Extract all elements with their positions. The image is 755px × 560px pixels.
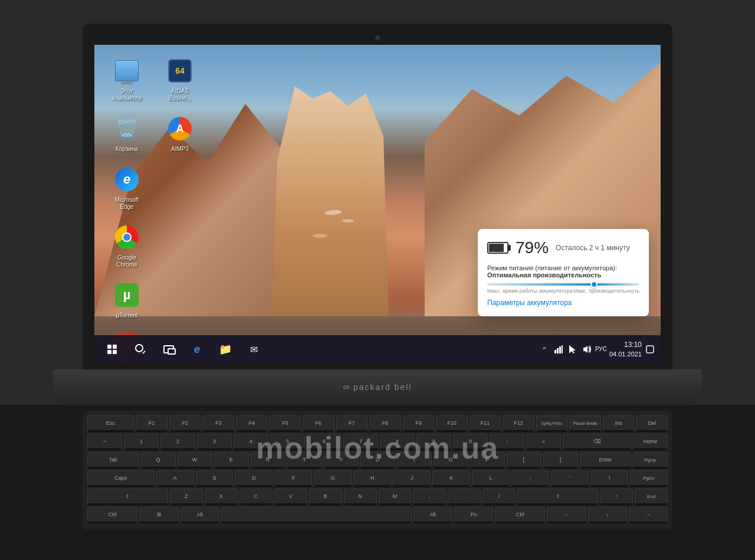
key-f8[interactable]: F8 <box>369 415 401 432</box>
notification-icon[interactable] <box>644 343 656 355</box>
start-button[interactable] <box>99 336 125 362</box>
clock[interactable]: 13:10 04.01.2021 <box>609 340 642 358</box>
desktop-icon-edge[interactable]: e Microsoft Edge <box>106 165 147 211</box>
key-t[interactable]: T <box>287 452 322 469</box>
key-k[interactable]: K <box>432 470 470 487</box>
key-3[interactable]: 3 <box>197 434 232 450</box>
key-f[interactable]: F <box>274 470 312 487</box>
key-h[interactable]: H <box>353 470 391 487</box>
key-d[interactable]: D <box>235 470 273 487</box>
key-f6[interactable]: F6 <box>303 415 334 432</box>
key-1[interactable]: 1 <box>124 434 159 450</box>
key-f2[interactable]: F2 <box>169 415 201 432</box>
mail-taskbar-button[interactable]: ✉ <box>241 336 267 362</box>
desktop-icon-aimp[interactable]: A AIMP3 <box>159 114 201 153</box>
key-right[interactable]: → <box>629 507 668 523</box>
key-f3[interactable]: F3 <box>202 415 234 432</box>
key-lbracket[interactable]: [ <box>507 452 541 469</box>
key-u[interactable]: U <box>360 452 395 469</box>
key-end[interactable]: End <box>635 489 668 505</box>
key-g[interactable]: G <box>314 470 352 487</box>
key-j[interactable]: J <box>393 470 431 487</box>
key-2[interactable]: 2 <box>160 434 195 450</box>
task-view-button[interactable] <box>156 336 182 362</box>
key-i[interactable]: I <box>397 452 432 469</box>
key-rshift[interactable]: ⇧ <box>517 489 598 505</box>
key-y[interactable]: Y <box>324 452 359 469</box>
key-lalt[interactable]: Alt <box>180 507 219 523</box>
key-ins[interactable]: Ins <box>603 415 635 432</box>
explorer-taskbar-button[interactable]: 📁 <box>212 336 238 362</box>
desktop-icon-chrome[interactable]: Google Chrome <box>106 223 147 269</box>
key-capslock[interactable]: Caps <box>87 470 155 487</box>
key-space[interactable] <box>221 507 412 523</box>
key-home[interactable]: Home <box>633 434 668 450</box>
key-rctrl[interactable]: Ctrl <box>495 507 545 523</box>
key-backspace[interactable]: ⌫ <box>563 434 631 450</box>
key-tab[interactable]: Tab <box>87 452 139 469</box>
key-enter[interactable]: Enter <box>580 452 632 469</box>
key-period[interactable]: . <box>448 489 481 505</box>
key-f12[interactable]: F12 <box>503 415 534 432</box>
key-pgup[interactable]: PgUp <box>633 452 668 469</box>
key-rbracket[interactable]: ] <box>543 452 578 469</box>
key-up[interactable]: ↑ <box>600 489 633 505</box>
battery-settings-link[interactable]: Параметры аккумулятора <box>487 299 639 307</box>
key-tilde[interactable]: ~ <box>87 434 122 450</box>
key-9[interactable]: 9 <box>416 434 451 450</box>
key-pgdn[interactable]: PgDn <box>630 470 668 487</box>
key-f9[interactable]: F9 <box>403 415 435 432</box>
key-f1[interactable]: F1 <box>136 415 168 432</box>
key-m[interactable]: M <box>379 489 412 505</box>
key-semicolon[interactable]: ; <box>511 470 549 487</box>
key-quote[interactable]: ' <box>551 470 589 487</box>
key-backslash[interactable]: \ <box>590 470 628 487</box>
key-l[interactable]: L <box>472 470 510 487</box>
search-button[interactable] <box>127 336 153 362</box>
battery-slider-container[interactable]: Макс. время работы аккумулятора Макс. пр… <box>487 283 639 294</box>
key-left[interactable]: ← <box>547 507 586 523</box>
key-slash[interactable]: / <box>482 489 516 505</box>
edge-taskbar-button[interactable]: e <box>184 336 210 362</box>
key-down[interactable]: ↓ <box>588 507 627 523</box>
key-ralt[interactable]: Alt <box>413 507 452 523</box>
key-fn[interactable]: Fn <box>454 507 493 523</box>
key-s[interactable]: S <box>196 470 234 487</box>
desktop-icon-utorrent[interactable]: µ µTorrent <box>106 281 147 320</box>
key-equals[interactable]: = <box>526 434 561 450</box>
key-x[interactable]: X <box>205 489 238 505</box>
key-o[interactable]: O <box>434 452 468 469</box>
key-z[interactable]: Z <box>170 489 203 505</box>
key-5[interactable]: 5 <box>270 434 305 450</box>
key-lctrl[interactable]: Ctrl <box>87 507 137 523</box>
key-p[interactable]: P <box>470 452 505 469</box>
key-6[interactable]: 6 <box>307 434 342 450</box>
key-b[interactable]: B <box>309 489 342 505</box>
key-pause[interactable]: Pause Break <box>569 415 601 432</box>
key-r[interactable]: R <box>251 452 285 469</box>
key-8[interactable]: 8 <box>380 434 415 450</box>
key-f10[interactable]: F10 <box>436 415 468 432</box>
key-c[interactable]: C <box>239 489 273 505</box>
tray-language[interactable]: РУС <box>595 343 607 355</box>
key-f5[interactable]: F5 <box>269 415 301 432</box>
key-q[interactable]: Q <box>141 452 176 469</box>
key-4[interactable]: 4 <box>234 434 268 450</box>
key-7[interactable]: 7 <box>343 434 378 450</box>
desktop-icon-this-pc[interactable]: Этот компьютер <box>106 57 147 103</box>
key-w[interactable]: W <box>178 452 212 469</box>
desktop-icon-recycle[interactable]: 🗑️ Корзина <box>106 114 147 153</box>
tray-network-icon[interactable] <box>553 343 564 355</box>
key-f7[interactable]: F7 <box>336 415 368 432</box>
key-0[interactable]: 0 <box>453 434 488 450</box>
key-a[interactable]: A <box>156 470 194 487</box>
key-f11[interactable]: F11 <box>470 415 501 432</box>
tray-volume-icon[interactable] <box>581 343 593 355</box>
key-f4[interactable]: F4 <box>236 415 268 432</box>
key-n[interactable]: N <box>344 489 377 505</box>
key-v[interactable]: V <box>274 489 307 505</box>
desktop-icon-aida64[interactable]: 64 AIDAS Busine... <box>159 57 201 103</box>
key-esc[interactable]: Esc <box>87 415 134 432</box>
key-lshift[interactable]: ⇧ <box>87 489 168 505</box>
key-minus[interactable]: - <box>490 434 524 450</box>
